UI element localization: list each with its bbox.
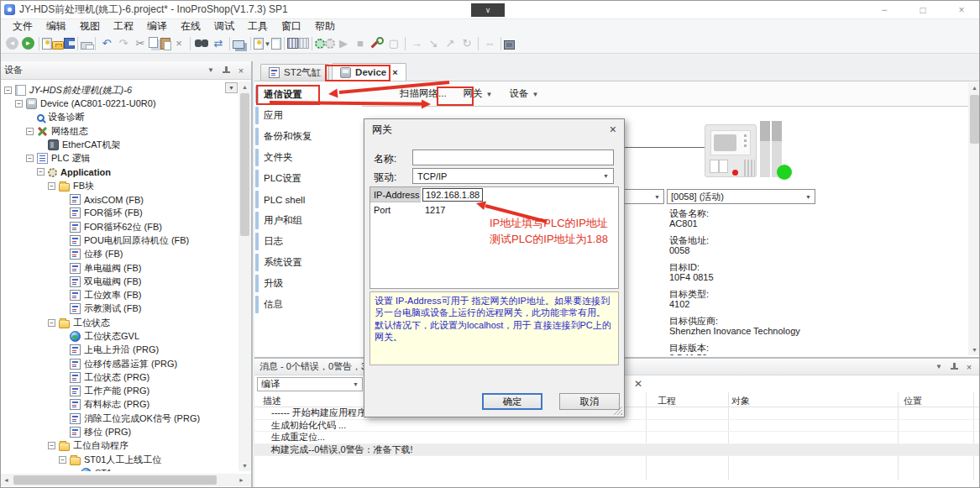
edit-object-button[interactable] — [271, 38, 281, 50]
tree-item[interactable]: FB块 — [1, 179, 239, 192]
message-row[interactable]: 生成初始化代码 ... — [254, 420, 980, 433]
compare-button[interactable]: ⇔ — [481, 35, 498, 52]
tree-item[interactable]: 移位 (PRG) — [1, 425, 239, 438]
new-project-button[interactable] — [42, 38, 52, 50]
toolbar-separator[interactable] — [405, 37, 406, 50]
tree-expander-icon[interactable] — [48, 182, 55, 190]
parameter-row[interactable]: IP-Address 192.168.1.88 — [370, 187, 618, 202]
tree-item[interactable]: ST1 — [1, 466, 239, 471]
menu-item[interactable]: 工具 — [241, 19, 275, 34]
device-nav-item[interactable]: PLC设置 — [255, 168, 361, 189]
titlebar-dropdown-button[interactable]: ∨ — [471, 3, 505, 17]
device-nav-item[interactable]: 系统设置 — [255, 252, 361, 273]
print-button[interactable] — [81, 42, 92, 50]
toolbar-separator[interactable] — [500, 37, 501, 50]
column-position[interactable]: 位置 — [904, 395, 922, 407]
menu-item[interactable]: 调试 — [207, 19, 241, 34]
run-button[interactable]: ▶ — [335, 35, 352, 52]
tree-item[interactable]: 工位效率 (FB) — [1, 288, 239, 302]
config-tool-button[interactable] — [369, 35, 385, 52]
build-button[interactable] — [287, 38, 298, 49]
device-nav-item[interactable]: 日志 — [255, 231, 361, 252]
active-application-dropdown[interactable]: ▼ — [225, 82, 238, 93]
panel-menu-icon[interactable]: ▼ — [204, 65, 217, 76]
parameter-value-input[interactable]: 192.168.1.88 — [422, 188, 483, 202]
tree-item[interactable]: EtherCAT机架 — [1, 138, 239, 151]
redo-button[interactable]: ↷ — [115, 35, 132, 52]
gateway-name-input[interactable] — [412, 150, 614, 165]
scroll-right-icon[interactable]: ► — [236, 474, 247, 486]
menu-item[interactable]: 编译 — [140, 19, 174, 34]
tab-st2-cylinder[interactable]: ST2气缸 — [260, 64, 329, 81]
cut-button[interactable]: ✂ — [132, 35, 149, 52]
panel-close-icon[interactable]: × — [234, 65, 248, 76]
dialog-close-icon[interactable]: × — [610, 123, 616, 136]
tree-item[interactable]: PLC 逻辑 — [1, 151, 239, 165]
tree-vertical-scrollbar[interactable]: ▲ ▼ — [238, 81, 251, 471]
toolbar-separator[interactable] — [284, 37, 285, 50]
column-object[interactable]: 对象 — [731, 395, 750, 407]
column-description[interactable]: 描述 — [263, 395, 281, 407]
tree-item[interactable]: 消除工位完成OK信号 (PRG) — [1, 412, 239, 425]
gateway-button[interactable]: 网关▼ — [458, 85, 499, 102]
message-row[interactable]: 生成重定位... — [254, 432, 980, 444]
tree-item[interactable]: 工作产能 (PRG) — [1, 385, 239, 398]
new-object-dropdown[interactable]: ▾ — [264, 35, 271, 52]
toolbar-separator[interactable] — [229, 37, 230, 50]
maximize-button[interactable]: □ — [904, 1, 942, 19]
replace-button[interactable]: ⇄ — [210, 35, 227, 52]
cancel-button[interactable]: 取消 — [559, 393, 620, 410]
tree-expander-icon[interactable] — [15, 100, 23, 108]
tree-item[interactable]: JY-HDS前处理机(姚工)-6 — [1, 83, 239, 97]
tree-expander-icon[interactable] — [48, 442, 55, 449]
parameter-row[interactable]: Port 1217 — [370, 202, 618, 218]
ok-button[interactable]: 确定 — [482, 393, 542, 410]
tree-item[interactable]: 单电磁阀 (FB) — [1, 261, 239, 275]
tree-item[interactable]: 工位状态 — [1, 316, 239, 329]
tree-item[interactable]: ST01人工上线工位 — [1, 453, 239, 466]
ethercat-tool-button[interactable] — [504, 40, 515, 50]
tree-expander-icon[interactable] — [26, 128, 34, 135]
reset-button[interactable]: ↻ — [459, 35, 475, 52]
open-project-button[interactable] — [52, 41, 64, 50]
close-button[interactable]: × — [942, 1, 980, 19]
new-object-button[interactable] — [254, 38, 264, 50]
driver-select[interactable]: TCP/IP▼ — [412, 168, 614, 184]
menu-item[interactable]: 帮助 — [308, 19, 342, 34]
tree-item[interactable]: Application — [1, 165, 239, 179]
tree-item[interactable]: 双电磁阀 (FB) — [1, 275, 239, 288]
scan-network-button[interactable]: 扫描网络... — [394, 85, 453, 102]
minimize-button[interactable]: − — [865, 1, 904, 19]
device-select[interactable]: [0058] (活动)▼ — [667, 189, 815, 204]
scrollbar-thumb[interactable] — [13, 475, 217, 485]
tree-item[interactable]: 示教测试 (FB) — [1, 302, 239, 316]
undo-button[interactable]: ↶ — [98, 35, 115, 52]
column-project[interactable]: 工程 — [658, 395, 676, 407]
scrollbar-thumb[interactable] — [240, 93, 249, 236]
toolbar-separator[interactable] — [250, 37, 251, 50]
tree-expander-icon[interactable] — [37, 168, 45, 176]
pin-icon[interactable] — [947, 361, 961, 373]
menu-item[interactable]: 工程 — [107, 19, 140, 34]
login-button[interactable] — [315, 39, 325, 49]
tree-item[interactable]: FOR循环 (FB) — [1, 207, 239, 220]
tree-item[interactable]: 设备诊断 — [1, 111, 239, 124]
pin-icon[interactable] — [219, 65, 233, 76]
parameter-value-input[interactable]: 1217 — [422, 205, 448, 215]
tree-item[interactable]: 工位状态GVL — [1, 329, 239, 343]
copy-button[interactable] — [149, 37, 158, 48]
tree-item[interactable]: 有料标志 (PRG) — [1, 398, 239, 412]
tree-item[interactable]: 上电上升沿 (PRG) — [1, 344, 239, 357]
scroll-down-icon[interactable]: ▼ — [238, 460, 251, 471]
toolbar-separator[interactable] — [312, 37, 312, 50]
device-nav-item[interactable]: 通信设置 — [255, 84, 361, 105]
toolbar-separator[interactable] — [190, 37, 191, 50]
tree-expander-icon[interactable] — [4, 87, 12, 94]
menu-item[interactable]: 在线 — [174, 19, 207, 34]
tree-expander-icon[interactable] — [48, 319, 55, 327]
toolbar-separator[interactable] — [95, 37, 96, 50]
tree-item[interactable]: 工位状态 (PRG) — [1, 370, 239, 384]
device-button[interactable]: 设备▼ — [504, 85, 545, 102]
toolbar-separator[interactable] — [39, 37, 39, 50]
menu-item[interactable]: 窗口 — [275, 19, 308, 34]
